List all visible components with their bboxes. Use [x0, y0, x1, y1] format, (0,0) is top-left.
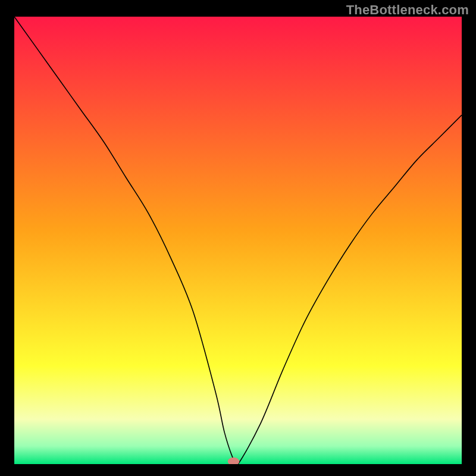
plot-svg [14, 17, 462, 464]
gradient-background [14, 17, 462, 464]
bottleneck-plot [14, 17, 462, 464]
watermark-text: TheBottleneck.com [346, 2, 469, 18]
outer-frame: TheBottleneck.com [0, 0, 476, 476]
